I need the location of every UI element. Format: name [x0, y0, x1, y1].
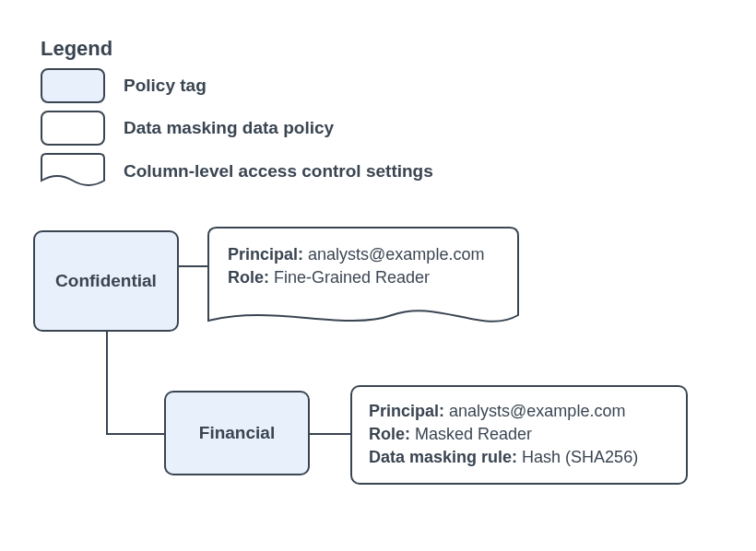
- data-policy-swatch-icon: [41, 111, 105, 146]
- connector-line: [106, 332, 108, 435]
- policy-tag-node-financial: Financial: [164, 391, 310, 475]
- connector-line: [179, 265, 207, 267]
- access-control-swatch-icon: [41, 153, 105, 190]
- policy-tag-node-confidential: Confidential: [33, 230, 179, 332]
- principal-label: Principal:: [228, 245, 303, 264]
- legend: Legend Policy tag Data masking data poli…: [41, 37, 433, 197]
- diagram-canvas: Legend Policy tag Data masking data poli…: [0, 0, 756, 551]
- legend-label: Column-level access control settings: [124, 161, 433, 182]
- connector-line: [310, 433, 350, 435]
- rule-value: Hash (SHA256): [522, 448, 638, 466]
- legend-row-policy-tag: Policy tag: [41, 68, 433, 103]
- legend-label: Policy tag: [124, 76, 207, 96]
- legend-label: Data masking data policy: [124, 118, 334, 138]
- role-value: Masked Reader: [415, 425, 532, 443]
- role-value: Fine-Grained Reader: [274, 268, 430, 287]
- policy-tag-label: Confidential: [55, 271, 157, 291]
- legend-row-access-control: Column-level access control settings: [41, 153, 433, 190]
- legend-row-data-policy: Data masking data policy: [41, 111, 433, 146]
- access-control-content: Principal: analysts@example.com Role: Fi…: [207, 227, 504, 306]
- policy-tag-swatch-icon: [41, 68, 105, 103]
- role-label: Role:: [228, 268, 269, 287]
- legend-title: Legend: [41, 37, 433, 61]
- principal-value: analysts@example.com: [449, 402, 625, 420]
- rule-label: Data masking rule:: [369, 448, 517, 466]
- data-policy-node: Principal: analysts@example.com Role: Ma…: [350, 385, 688, 485]
- role-label: Role:: [369, 425, 410, 443]
- principal-value: analysts@example.com: [308, 245, 484, 264]
- access-control-node: Principal: analysts@example.com Role: Fi…: [207, 227, 519, 332]
- policy-tag-label: Financial: [199, 423, 275, 443]
- principal-label: Principal:: [369, 402, 444, 420]
- connector-line: [106, 433, 164, 435]
